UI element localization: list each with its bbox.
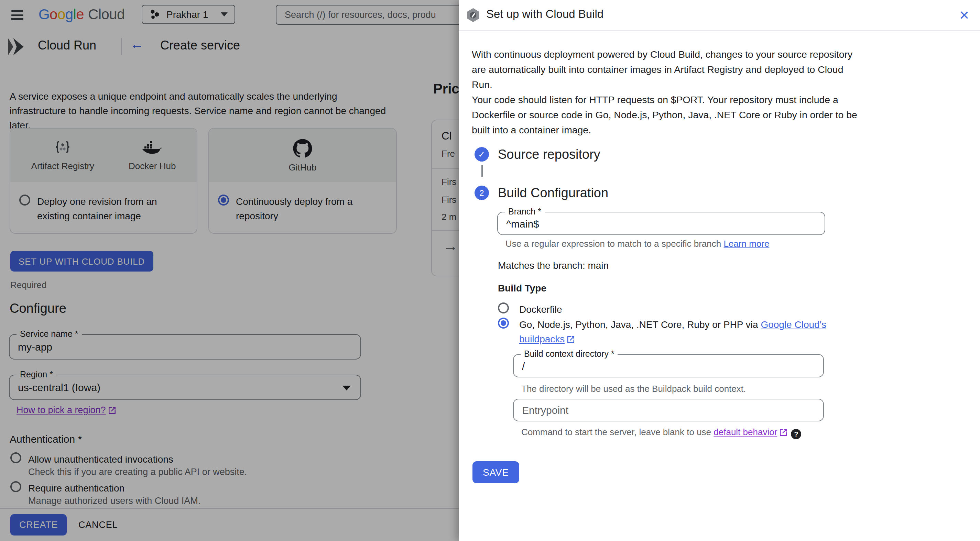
branch-input[interactable] xyxy=(498,213,824,235)
branch-match-text: Matches the branch: main xyxy=(498,260,609,271)
dockerfile-label[interactable]: Dockerfile xyxy=(519,303,562,317)
buildpacks-radio[interactable] xyxy=(498,317,509,328)
screen: GoogleCloud Prakhar 1 Cloud Run ← xyxy=(0,0,980,541)
entrypoint-input[interactable] xyxy=(514,400,823,421)
step2-number: 2 xyxy=(474,186,489,200)
panel-header: Set up with Cloud Build × xyxy=(459,0,980,31)
step-connector xyxy=(481,165,482,177)
branch-field: Branch * xyxy=(497,212,825,235)
save-button[interactable]: SAVE xyxy=(473,461,519,483)
dockerfile-radio[interactable] xyxy=(498,303,509,314)
learn-more-link[interactable]: Learn more xyxy=(724,238,769,249)
build-context-label: Build context directory * xyxy=(520,349,618,359)
entrypoint-helper: Command to start the server, leave blank… xyxy=(521,427,801,439)
panel-intro-text: With continuous deployment powered by Cl… xyxy=(472,47,857,138)
cloud-build-icon xyxy=(466,8,481,23)
panel-title: Set up with Cloud Build xyxy=(486,8,603,21)
cloud-build-panel: Set up with Cloud Build × With continuou… xyxy=(459,0,980,541)
help-icon[interactable]: ? xyxy=(791,429,801,439)
entrypoint-field xyxy=(513,399,824,421)
step1-check-icon: ✓ xyxy=(474,147,489,162)
step1-title[interactable]: Source repository xyxy=(498,147,600,162)
step2-title[interactable]: Build Configuration xyxy=(498,186,608,201)
build-type-heading: Build Type xyxy=(498,282,546,294)
buildpacks-label[interactable]: Go, Node.js, Python, Java, .NET Core, Ru… xyxy=(519,317,826,346)
build-context-field: Build context directory * xyxy=(513,354,824,378)
external-link-icon xyxy=(780,429,787,436)
close-icon[interactable]: × xyxy=(959,3,969,27)
branch-helper: Use a regular expression to match to a s… xyxy=(506,238,769,249)
external-link-icon xyxy=(567,336,574,343)
build-context-helper: The directory will be used as the Buildp… xyxy=(521,384,746,394)
default-behavior-link[interactable]: default behavior xyxy=(714,427,777,437)
branch-label: Branch * xyxy=(505,207,545,217)
